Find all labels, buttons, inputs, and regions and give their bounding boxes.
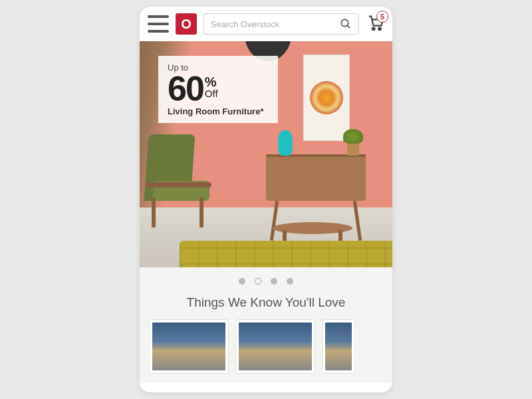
carousel-dot-2[interactable] [271, 278, 277, 285]
svg-point-2 [372, 28, 375, 31]
menu-icon[interactable] [148, 15, 169, 33]
section-title: Things We Know You'll Love [140, 291, 392, 319]
product-carousel[interactable] [140, 319, 392, 383]
product-card[interactable] [149, 319, 229, 374]
svg-point-3 [378, 28, 381, 31]
product-image [152, 323, 225, 370]
promo-overlay: Up to 60 % Off Living Room Furniture* [158, 56, 278, 123]
product-card[interactable] [235, 319, 315, 374]
promo-category-text: Living Room Furniture* [168, 106, 269, 116]
cart-button[interactable]: 5 [366, 13, 384, 35]
search-input[interactable] [211, 19, 340, 29]
promo-percent-sign: % [205, 75, 218, 88]
header-bar: O 5 [140, 7, 392, 41]
promo-off-text: Off [205, 88, 218, 98]
carousel-dot-3[interactable] [287, 278, 293, 285]
cart-count-badge: 5 [376, 11, 388, 23]
product-image [239, 323, 312, 370]
svg-line-1 [347, 25, 350, 28]
promo-discount-number: 60 [168, 72, 203, 105]
search-box[interactable] [203, 13, 359, 35]
mobile-app-screen: O 5 Up to 60 % [140, 7, 392, 392]
carousel-dot-0[interactable] [239, 278, 245, 285]
search-icon[interactable] [340, 18, 352, 30]
carousel-dot-1[interactable] [255, 278, 261, 285]
brand-logo[interactable]: O [176, 13, 197, 35]
hero-carousel-slide[interactable]: Up to 60 % Off Living Room Furniture* [140, 41, 392, 267]
svg-point-0 [341, 19, 348, 27]
product-image [325, 323, 352, 370]
carousel-dots [140, 267, 392, 291]
product-card[interactable] [322, 319, 355, 374]
